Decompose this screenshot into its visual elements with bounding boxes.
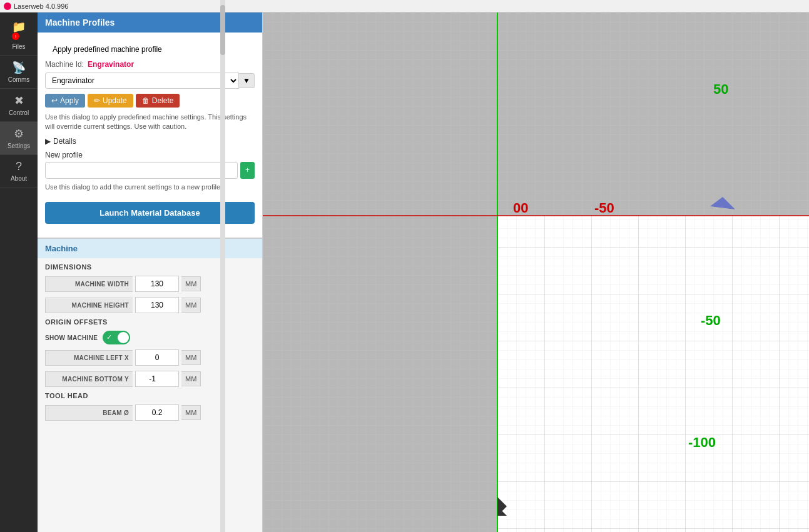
machine-id-label: Machine Id:	[45, 60, 84, 69]
machine-bottom-y-input[interactable]	[135, 371, 179, 387]
profiles-title: Machine Profiles	[45, 18, 114, 28]
nav-sidebar: 📁 ! Files 📡 Comms ✖ Control ⚙ Settings ?…	[0, 13, 38, 532]
files-icon: 📁	[12, 21, 26, 33]
sidebar-item-label: Comms	[8, 76, 29, 83]
canvas-area: 50 -50 -100 00 -50 50 100 X	[263, 13, 809, 532]
machine-height-label: MACHINE HEIGHT	[45, 298, 133, 313]
delete-button[interactable]: 🗑 Delete	[136, 94, 180, 108]
settings-icon: ⚙	[14, 127, 24, 141]
comms-icon: 📡	[12, 61, 26, 74]
machine-left-x-input[interactable]	[135, 349, 179, 366]
machine-section: Machine DIMENSIONS MACHINE WIDTH MM MACH…	[38, 239, 262, 431]
machine-width-label: MACHINE WIDTH	[45, 276, 133, 292]
machine-left-x-unit: MM	[181, 350, 201, 365]
sidebar-item-control[interactable]: ✖ Control	[0, 89, 38, 122]
sidebar-item-label: Files	[12, 43, 25, 50]
apply-button[interactable]: ↩ Apply	[45, 94, 85, 108]
new-profile-input[interactable]	[45, 162, 238, 179]
y50-label: 50	[713, 81, 728, 97]
machine-id-value: Engravinator	[88, 60, 134, 69]
profiles-header: Machine Profiles	[38, 13, 262, 33]
about-icon: ?	[16, 160, 22, 173]
details-arrow: ▶	[45, 137, 51, 146]
machine-left-x-label: MACHINE LEFT X	[45, 350, 133, 366]
beam-label: BEAM Ø	[45, 405, 133, 421]
machine-profiles-section: Machine Profiles Apply predefined machin…	[38, 13, 262, 239]
sidebar-item-files[interactable]: 📁 ! Files	[0, 15, 38, 56]
update-icon: ✏	[94, 96, 100, 105]
files-badge: !	[12, 33, 19, 40]
canvas-svg: 50 -50 -100 00 -50 50 100 X	[263, 13, 809, 532]
sidebar-item-comms[interactable]: 📡 Comms	[0, 56, 38, 89]
details-label: Details	[53, 137, 76, 146]
sidebar-item-label: Control	[9, 109, 29, 116]
svg-rect-5	[497, 216, 809, 532]
machine-height-unit: MM	[181, 298, 201, 313]
title-bar: Laserweb 4.0.996	[0, 0, 809, 13]
y-neg100-label: -100	[688, 434, 716, 450]
app-title: Laserweb 4.0.996	[14, 3, 68, 10]
settings-panel: Machine Profiles Apply predefined machin…	[38, 13, 263, 532]
sidebar-item-about[interactable]: ? About	[0, 155, 38, 188]
sidebar-item-settings[interactable]: ⚙ Settings	[0, 122, 38, 155]
update-button[interactable]: ✏ Update	[88, 94, 133, 108]
machine-bottom-y-label: MACHINE BOTTOM Y	[45, 371, 133, 387]
beam-unit: MM	[181, 405, 201, 420]
app-icon	[4, 3, 11, 10]
profile-select[interactable]: Engravinator	[45, 73, 239, 89]
sidebar-item-label: Settings	[8, 143, 30, 149]
add-profile-button[interactable]: +	[240, 162, 255, 179]
machine-section-header: Machine	[38, 239, 262, 258]
machine-label: Machine	[45, 244, 78, 253]
profile-select-arrow[interactable]: ▼	[239, 73, 255, 88]
control-icon: ✖	[14, 94, 24, 108]
beam-input[interactable]	[135, 404, 179, 421]
toggle-check-icon: ✓	[106, 333, 112, 341]
show-machine-label: SHOW MACHINE	[45, 334, 98, 341]
machine-bottom-y-unit: MM	[181, 371, 201, 386]
y-neg50-label: -50	[701, 313, 721, 328]
apply-icon: ↩	[51, 96, 58, 105]
x-neg50-label: -50	[594, 200, 614, 216]
show-machine-toggle[interactable]: ✓	[103, 331, 130, 344]
machine-width-input[interactable]	[135, 276, 179, 292]
sidebar-item-label: About	[11, 175, 27, 182]
delete-icon: 🗑	[142, 96, 150, 105]
machine-width-unit: MM	[181, 276, 201, 291]
x-neg100-label: 00	[513, 200, 528, 216]
machine-height-input[interactable]	[135, 297, 179, 313]
